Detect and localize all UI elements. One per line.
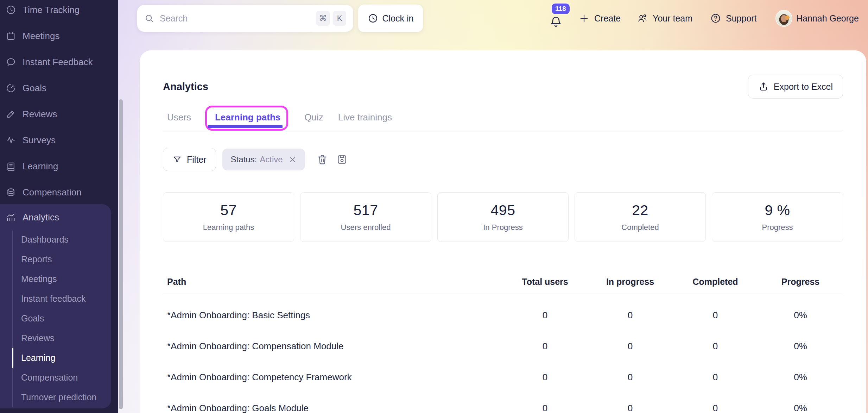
table-row[interactable]: *Admin Onboarding: Goals Module 0 0 0 0% bbox=[163, 393, 843, 413]
stat-card-in-progress: 495 In Progress bbox=[437, 192, 569, 242]
coins-icon bbox=[6, 187, 16, 198]
sidebar-item-goals[interactable]: Goals bbox=[0, 75, 111, 101]
sidebar-subitem-reports[interactable]: Reports bbox=[0, 249, 111, 269]
export-to-excel-button[interactable]: Export to Excel bbox=[748, 75, 843, 99]
table-header: Path Total users In progress Completed P… bbox=[163, 269, 843, 295]
sidebar-scrollbar-thumb[interactable] bbox=[119, 99, 123, 409]
pulse-icon bbox=[6, 135, 16, 145]
clock-in-button[interactable]: Clock in bbox=[358, 5, 423, 32]
column-header-completed: Completed bbox=[673, 277, 758, 287]
sidebar-analytics-section: Analytics Dashboards Reports Meetings In… bbox=[0, 204, 111, 408]
export-icon bbox=[758, 81, 769, 92]
filter-button[interactable]: Filter bbox=[163, 148, 216, 171]
bell-icon bbox=[549, 15, 563, 29]
tab-users[interactable]: Users bbox=[167, 112, 191, 123]
support-button[interactable]: Support bbox=[710, 11, 757, 26]
stat-label: Learning paths bbox=[203, 223, 254, 232]
sidebar-subitem-learning-active[interactable]: Learning bbox=[0, 348, 111, 368]
page-title: Analytics bbox=[163, 81, 208, 93]
column-header-total-users: Total users bbox=[502, 277, 588, 287]
stat-value: 57 bbox=[220, 202, 237, 219]
help-icon bbox=[710, 13, 721, 24]
cell-total-users: 0 bbox=[502, 372, 588, 383]
cell-path: *Admin Onboarding: Basic Settings bbox=[163, 310, 502, 321]
cell-completed: 0 bbox=[673, 403, 758, 413]
table-body: *Admin Onboarding: Basic Settings 0 0 0 … bbox=[163, 300, 843, 413]
stat-value: 22 bbox=[632, 202, 648, 219]
save-icon bbox=[336, 154, 348, 165]
notifications-button[interactable]: 118 bbox=[549, 15, 564, 30]
trash-icon bbox=[316, 154, 328, 165]
sidebar-subitem-label: Instant feedback bbox=[21, 294, 85, 304]
cell-progress: 0% bbox=[758, 372, 843, 383]
stats-cards: 57 Learning paths 517 Users enrolled 495… bbox=[163, 192, 843, 242]
stat-label: Progress bbox=[762, 223, 793, 232]
cell-completed: 0 bbox=[673, 372, 758, 383]
chip-label: Status: bbox=[231, 155, 257, 164]
tab-quiz[interactable]: Quiz bbox=[304, 112, 323, 123]
sidebar-subitem-label: Meetings bbox=[21, 274, 57, 284]
active-tab-underline bbox=[208, 125, 283, 128]
sidebar-item-label: Instant Feedback bbox=[23, 57, 93, 68]
tab-live-trainings[interactable]: Live trainings bbox=[338, 112, 392, 123]
tab-learning-paths-wrap: Learning paths bbox=[215, 104, 280, 131]
sidebar-item-surveys[interactable]: Surveys bbox=[0, 127, 111, 153]
cell-in-progress: 0 bbox=[588, 372, 673, 383]
create-button[interactable]: Create bbox=[578, 11, 621, 26]
save-filter-button[interactable] bbox=[336, 154, 348, 165]
table-row[interactable]: *Admin Onboarding: Compensation Module 0… bbox=[163, 331, 843, 362]
filter-label: Filter bbox=[187, 155, 207, 165]
chip-remove-button[interactable] bbox=[289, 156, 297, 164]
your-team-button[interactable]: Your team bbox=[637, 11, 692, 26]
close-icon bbox=[289, 156, 297, 164]
sidebar-subitem-label: Learning bbox=[21, 353, 55, 363]
create-label: Create bbox=[594, 13, 621, 24]
kbd-k: K bbox=[333, 11, 346, 26]
global-search[interactable]: ⌘ K bbox=[137, 5, 353, 32]
user-menu[interactable]: Hannah George bbox=[776, 11, 859, 26]
sidebar-subitem-dashboards[interactable]: Dashboards bbox=[0, 230, 111, 249]
stat-value: 495 bbox=[491, 202, 515, 219]
chip-value: Active bbox=[260, 155, 283, 164]
cell-path: *Admin Onboarding: Goals Module bbox=[163, 403, 502, 413]
stat-card-progress: 9 % Progress bbox=[712, 192, 843, 242]
clear-filters-button[interactable] bbox=[316, 154, 328, 165]
sidebar-subitem-label: Reviews bbox=[21, 333, 54, 343]
sidebar-item-learning[interactable]: Learning bbox=[0, 153, 111, 179]
main-content-card: Analytics Export to Excel Users Learning… bbox=[140, 50, 866, 413]
target-icon bbox=[6, 83, 16, 93]
sidebar-subitem-reviews[interactable]: Reviews bbox=[0, 328, 111, 348]
sidebar-subitem-compensation[interactable]: Compensation bbox=[0, 368, 111, 387]
cell-in-progress: 0 bbox=[588, 403, 673, 413]
sidebar-item-compensation[interactable]: Compensation bbox=[0, 179, 111, 205]
status-filter-chip[interactable]: Status: Active bbox=[222, 149, 305, 170]
cell-path: *Admin Onboarding: Compensation Module bbox=[163, 341, 502, 352]
sidebar-item-reviews[interactable]: Reviews bbox=[0, 101, 111, 127]
sidebar-item-time-tracking[interactable]: Time Tracking bbox=[0, 0, 111, 23]
table-row[interactable]: *Admin Onboarding: Basic Settings 0 0 0 … bbox=[163, 300, 843, 331]
sidebar-subitem-instant-feedback[interactable]: Instant feedback bbox=[0, 289, 111, 308]
sidebar-subitem-turnover-prediction[interactable]: Turnover prediction bbox=[0, 387, 111, 407]
sidebar-subitem-meetings[interactable]: Meetings bbox=[0, 269, 111, 289]
sidebar-subitem-label: Turnover prediction bbox=[21, 392, 96, 402]
cell-completed: 0 bbox=[673, 341, 758, 352]
funnel-icon bbox=[172, 155, 182, 164]
tab-learning-paths[interactable]: Learning paths bbox=[215, 112, 280, 123]
your-team-label: Your team bbox=[653, 13, 692, 24]
team-icon bbox=[637, 13, 648, 24]
sidebar-item-meetings[interactable]: Meetings bbox=[0, 23, 111, 49]
search-input[interactable] bbox=[160, 13, 313, 24]
active-item-indicator bbox=[12, 348, 13, 368]
sidebar-subitem-label: Reports bbox=[21, 254, 52, 264]
sidebar-item-analytics[interactable]: Analytics bbox=[0, 204, 111, 230]
cell-total-users: 0 bbox=[502, 341, 588, 352]
sidebar-item-instant-feedback[interactable]: Instant Feedback bbox=[0, 49, 111, 75]
stat-label: Completed bbox=[621, 223, 659, 232]
stat-label: In Progress bbox=[483, 223, 523, 232]
support-label: Support bbox=[726, 13, 757, 24]
table-row[interactable]: *Admin Onboarding: Competency Framework … bbox=[163, 362, 843, 393]
page-header: Analytics Export to Excel bbox=[163, 75, 843, 99]
sidebar-subitem-goals[interactable]: Goals bbox=[0, 308, 111, 328]
sidebar-item-label: Reviews bbox=[23, 109, 57, 120]
sidebar-item-label: Analytics bbox=[23, 212, 59, 223]
